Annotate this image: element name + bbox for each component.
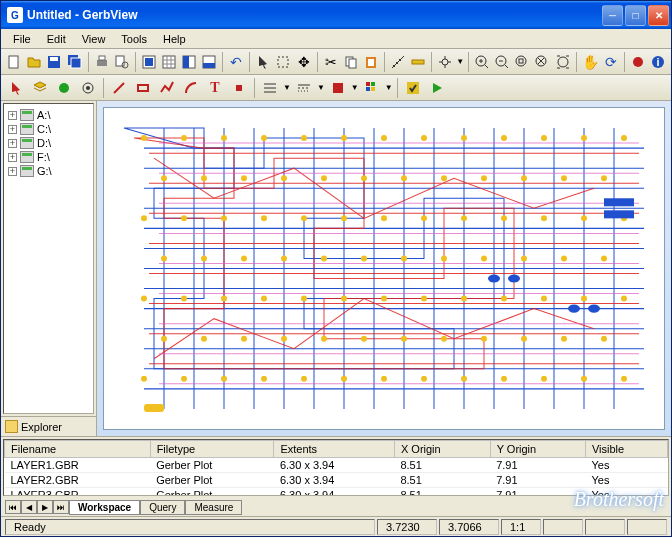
line-width-icon[interactable] xyxy=(259,77,281,99)
measure-icon[interactable] xyxy=(389,51,407,73)
tree-drive-c[interactable]: +C:\ xyxy=(8,122,89,136)
menu-edit[interactable]: Edit xyxy=(39,31,74,47)
undo-icon[interactable]: ↶ xyxy=(227,51,245,73)
svg-point-71 xyxy=(261,215,267,221)
tab-first-icon[interactable]: ⏮ xyxy=(5,500,21,514)
validate-icon[interactable] xyxy=(402,77,424,99)
svg-point-91 xyxy=(561,255,567,261)
table-row[interactable]: LAYER3.GBRGerber Plot6.30 x 3.948.517.91… xyxy=(5,488,668,497)
tab-last-icon[interactable]: ⏭ xyxy=(53,500,69,514)
palette-icon[interactable] xyxy=(361,77,383,99)
separator xyxy=(468,52,469,72)
cut-icon[interactable]: ✂ xyxy=(321,51,339,73)
col-yorigin[interactable]: Y Origin xyxy=(490,441,585,458)
svg-point-29 xyxy=(633,57,643,67)
layer-mgr-icon[interactable] xyxy=(29,77,51,99)
pcb-canvas[interactable] xyxy=(103,107,665,430)
svg-point-79 xyxy=(581,215,587,221)
arc-icon[interactable] xyxy=(180,77,202,99)
zoom-fit-icon[interactable] xyxy=(533,51,551,73)
tree-drive-a[interactable]: +A:\ xyxy=(8,108,89,122)
svg-point-98 xyxy=(341,296,347,302)
select-rect-icon[interactable] xyxy=(274,51,292,73)
svg-point-89 xyxy=(481,255,487,261)
pointer2-icon[interactable] xyxy=(5,77,27,99)
col-extents[interactable]: Extents xyxy=(274,441,395,458)
status-empty2 xyxy=(585,519,625,535)
svg-point-46 xyxy=(261,135,267,141)
svg-point-133 xyxy=(508,275,520,283)
pointer-icon[interactable] xyxy=(254,51,272,73)
svg-text:i: i xyxy=(656,56,659,68)
fill-color-icon[interactable] xyxy=(327,77,349,99)
svg-point-122 xyxy=(301,376,307,382)
separator xyxy=(317,52,318,72)
view-grid-icon[interactable] xyxy=(160,51,178,73)
ruler-icon[interactable] xyxy=(409,51,427,73)
cell-filetype: Gerber Plot xyxy=(150,458,274,473)
line-icon[interactable] xyxy=(108,77,130,99)
menu-tools[interactable]: Tools xyxy=(113,31,155,47)
polyline-icon[interactable] xyxy=(156,77,178,99)
rect-icon[interactable] xyxy=(132,77,154,99)
save-icon[interactable] xyxy=(45,51,63,73)
info-icon[interactable]: i xyxy=(649,51,667,73)
col-filename[interactable]: Filename xyxy=(5,441,151,458)
run-icon[interactable] xyxy=(426,77,448,99)
tab-measure[interactable]: Measure xyxy=(185,500,242,515)
paste-icon[interactable] xyxy=(362,51,380,73)
tree-drive-f[interactable]: +F:\ xyxy=(8,150,89,164)
drive-tree[interactable]: +A:\ +C:\ +D:\ +F:\ +G:\ xyxy=(3,103,94,414)
save-all-icon[interactable] xyxy=(66,51,84,73)
copy-icon[interactable] xyxy=(342,51,360,73)
col-filetype[interactable]: Filetype xyxy=(150,441,274,458)
col-visible[interactable]: Visible xyxy=(585,441,667,458)
svg-point-64 xyxy=(481,175,487,181)
print-icon[interactable] xyxy=(93,51,111,73)
minimize-button[interactable]: ─ xyxy=(602,5,623,26)
new-icon[interactable] xyxy=(5,51,23,73)
tab-query[interactable]: Query xyxy=(140,500,185,515)
col-xorigin[interactable]: X Origin xyxy=(394,441,490,458)
table-row[interactable]: LAYER2.GBRGerber Plot6.30 x 3.948.517.91… xyxy=(5,473,668,488)
sidebar-tab-explorer[interactable]: Explorer xyxy=(1,416,96,436)
rotate-icon[interactable]: ⟳ xyxy=(602,51,620,73)
layer-table[interactable]: Filename Filetype Extents X Origin Y Ori… xyxy=(3,439,669,496)
tree-drive-g[interactable]: +G:\ xyxy=(8,164,89,178)
maximize-button[interactable]: □ xyxy=(625,5,646,26)
svg-rect-10 xyxy=(145,58,153,66)
pan-icon[interactable]: ✋ xyxy=(581,51,600,73)
tab-next-icon[interactable]: ▶ xyxy=(37,500,53,514)
cell-filename: LAYER3.GBR xyxy=(5,488,151,497)
zoom-in-icon[interactable] xyxy=(473,51,491,73)
menu-view[interactable]: View xyxy=(74,31,114,47)
open-icon[interactable] xyxy=(25,51,43,73)
line-style-icon[interactable] xyxy=(293,77,315,99)
menu-file[interactable]: File xyxy=(5,31,39,47)
view-split-icon[interactable] xyxy=(180,51,198,73)
flash-icon[interactable] xyxy=(228,77,250,99)
zoom-extents-icon[interactable] xyxy=(554,51,572,73)
menu-help[interactable]: Help xyxy=(155,31,194,47)
view-layers-icon[interactable] xyxy=(140,51,158,73)
table-row[interactable]: LAYER1.GBRGerber Plot6.30 x 3.948.517.91… xyxy=(5,458,668,473)
svg-point-127 xyxy=(501,376,507,382)
drill-icon[interactable] xyxy=(77,77,99,99)
main-area: +A:\ +C:\ +D:\ +F:\ +G:\ Explorer xyxy=(1,101,671,436)
aperture-icon[interactable] xyxy=(53,77,75,99)
svg-point-61 xyxy=(361,175,367,181)
tab-workspace[interactable]: Workspace xyxy=(69,500,140,515)
print-preview-icon[interactable] xyxy=(113,51,131,73)
view-panel-icon[interactable] xyxy=(200,51,218,73)
svg-rect-2 xyxy=(50,57,58,61)
tab-prev-icon[interactable]: ◀ xyxy=(21,500,37,514)
snap-icon[interactable] xyxy=(436,51,454,73)
text-icon[interactable]: T xyxy=(204,77,226,99)
zoom-area-icon[interactable] xyxy=(513,51,531,73)
tree-drive-d[interactable]: +D:\ xyxy=(8,136,89,150)
highlight-icon[interactable] xyxy=(629,51,647,73)
svg-point-128 xyxy=(541,376,547,382)
move-icon[interactable]: ✥ xyxy=(294,51,312,73)
close-button[interactable]: ✕ xyxy=(648,5,669,26)
zoom-out-icon[interactable] xyxy=(493,51,511,73)
